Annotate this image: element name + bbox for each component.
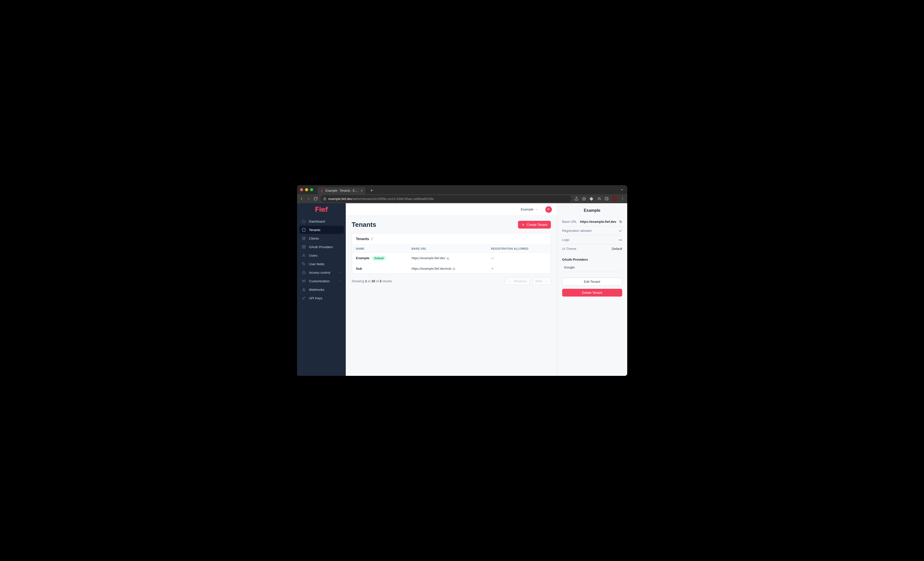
main-column: Example F Tenants bbox=[346, 203, 557, 376]
arrow-right-icon: → bbox=[544, 279, 548, 283]
sidebar-item-customization[interactable]: Customization bbox=[299, 277, 344, 285]
tab-close-button[interactable]: × bbox=[360, 188, 363, 193]
svg-rect-19 bbox=[302, 245, 304, 247]
default-badge: Default bbox=[372, 256, 386, 260]
page-title: Tenants bbox=[352, 221, 376, 229]
sidebar-item-oauth-providers[interactable]: OAuth Providers bbox=[299, 243, 344, 251]
share-icon[interactable] bbox=[574, 197, 579, 201]
table-header-row: NAME BASE URL REGISTRATION ALLOWED bbox=[352, 245, 550, 253]
oauth-provider-item[interactable]: Google bbox=[562, 263, 622, 272]
detail-theme-value: Default bbox=[612, 247, 622, 251]
detail-logo-row: Logo — bbox=[562, 235, 622, 244]
sidebar-item-tenants[interactable]: Tenants bbox=[299, 226, 344, 234]
window-controls bbox=[300, 188, 313, 191]
window-maximize-button[interactable] bbox=[310, 188, 313, 191]
panel-icon[interactable] bbox=[604, 197, 609, 201]
brand-logo[interactable]: Fief bbox=[297, 203, 346, 216]
svg-point-32 bbox=[302, 290, 303, 291]
user-avatar[interactable]: F bbox=[545, 206, 552, 213]
sidebar-item-label: Dashboard bbox=[309, 220, 325, 223]
svg-marker-18 bbox=[302, 236, 305, 238]
url-input[interactable]: example.fief.dev/admin/tenants/b19f5f8c-… bbox=[321, 195, 572, 202]
divider bbox=[542, 207, 542, 212]
sidebar-item-clients[interactable]: Clients bbox=[299, 234, 344, 242]
new-tab-button[interactable]: ＋ bbox=[369, 187, 374, 193]
copy-icon[interactable] bbox=[452, 267, 456, 271]
arrow-left-icon: ← bbox=[508, 279, 512, 283]
oauth-icon bbox=[302, 245, 306, 249]
col-name: NAME bbox=[352, 245, 408, 253]
x-icon bbox=[491, 267, 546, 270]
reading-list-icon[interactable] bbox=[597, 197, 601, 201]
previous-page-button[interactable]: ← Previous bbox=[505, 277, 530, 285]
sidebar-item-webhooks[interactable]: Webhooks bbox=[299, 286, 344, 293]
sidebar-item-users[interactable]: Users bbox=[299, 251, 344, 259]
col-base-url: BASE URL bbox=[408, 245, 487, 253]
webhook-icon bbox=[302, 287, 306, 292]
oauth-providers-list: Google bbox=[562, 263, 622, 272]
detail-registration-value bbox=[619, 229, 622, 233]
window-minimize-button[interactable] bbox=[305, 188, 308, 191]
sidebar-item-label: OAuth Providers bbox=[309, 245, 333, 249]
sidebar-item-access-control[interactable]: Access control bbox=[299, 268, 344, 277]
copy-icon[interactable] bbox=[446, 257, 450, 260]
extensions-icon[interactable] bbox=[590, 197, 594, 201]
col-registration: REGISTRATION ALLOWED bbox=[487, 245, 550, 253]
nav-forward-button[interactable] bbox=[307, 197, 310, 201]
tenants-table: NAME BASE URL REGISTRATION ALLOWED Examp… bbox=[352, 245, 550, 274]
detail-theme-label: UI Theme bbox=[562, 247, 576, 251]
gauge-icon bbox=[302, 219, 306, 223]
browser-profile-icon[interactable] bbox=[612, 196, 617, 201]
svg-point-31 bbox=[304, 280, 305, 280]
cell-name: ExampleDefault bbox=[352, 253, 408, 264]
create-tenant-button[interactable]: Create Tenant bbox=[518, 221, 550, 229]
table-row[interactable]: ExampleDefaulthttps://example.fief.dev bbox=[352, 253, 550, 264]
browser-menu-icon[interactable] bbox=[621, 197, 625, 201]
window-close-button[interactable] bbox=[300, 188, 303, 191]
detail-registration-row: Registration allowed bbox=[562, 226, 622, 235]
nav-back-button[interactable] bbox=[300, 197, 304, 201]
svg-point-29 bbox=[303, 281, 304, 282]
delete-tenant-button[interactable]: Delete Tenant bbox=[562, 289, 622, 296]
sidebar: Fief DashboardTenantsClientsOAuth Provid… bbox=[297, 203, 346, 376]
copy-icon[interactable] bbox=[619, 220, 622, 223]
detail-theme-row: UI Theme Default bbox=[562, 244, 622, 253]
browser-url-bar: example.fief.dev/admin/tenants/b19f5f8c-… bbox=[297, 194, 627, 203]
sidebar-item-label: Webhooks bbox=[309, 288, 324, 292]
table-title: Tenants bbox=[356, 237, 369, 241]
workspace-switcher[interactable]: Example bbox=[521, 208, 538, 211]
sidebar-item-user-fields[interactable]: User fields bbox=[299, 260, 344, 268]
browser-window: ⨍ Example · Tenants · Example · F × ＋ ex… bbox=[297, 185, 627, 376]
cell-registration bbox=[487, 264, 550, 274]
edit-tenant-button[interactable]: Edit Tenant bbox=[562, 277, 622, 286]
create-tenant-label: Create Tenant bbox=[527, 223, 547, 227]
chevron-down-icon bbox=[338, 280, 341, 283]
sidebar-item-label: Users bbox=[309, 254, 318, 257]
avatar-initial: F bbox=[548, 208, 550, 211]
app-viewport: Fief DashboardTenantsClientsOAuth Provid… bbox=[297, 203, 627, 376]
sidebar-item-api-keys[interactable]: API Keys bbox=[299, 294, 344, 302]
sidebar-item-dashboard[interactable]: Dashboard bbox=[299, 217, 344, 225]
check-icon bbox=[619, 229, 622, 233]
nav-reload-button[interactable] bbox=[314, 197, 318, 201]
tab-list-dropdown-icon[interactable] bbox=[620, 188, 624, 191]
content-area: Example F Tenants bbox=[346, 203, 627, 376]
detail-actions: Edit Tenant Delete Tenant bbox=[562, 277, 622, 296]
workspace-name: Example bbox=[521, 208, 534, 211]
svg-point-10 bbox=[622, 200, 623, 200]
pagination-row: Showing 1 to 10 of 2 results ← Previous bbox=[352, 277, 551, 285]
next-page-button[interactable]: Next → bbox=[532, 277, 551, 285]
browser-tab[interactable]: ⨍ Example · Tenants · Example · F × bbox=[318, 187, 365, 194]
pagination-buttons: ← Previous Next → bbox=[505, 277, 550, 285]
topbar: Example F bbox=[346, 203, 557, 216]
tenants-card: Tenants 2 NAME BASE URL REGISTRATION ALL… bbox=[352, 233, 551, 274]
detail-base-url-label: Base URL bbox=[562, 220, 577, 224]
detail-logo-value: — bbox=[619, 238, 622, 242]
table-row[interactable]: Subhttps://example.fief.dev/sub bbox=[352, 264, 550, 274]
svg-point-23 bbox=[303, 254, 304, 256]
svg-rect-11 bbox=[302, 228, 305, 231]
browser-tab-bar: ⨍ Example · Tenants · Example · F × ＋ bbox=[297, 185, 627, 194]
svg-point-24 bbox=[303, 263, 303, 263]
bookmark-star-icon[interactable] bbox=[582, 197, 586, 201]
cell-name: Sub bbox=[352, 264, 408, 274]
